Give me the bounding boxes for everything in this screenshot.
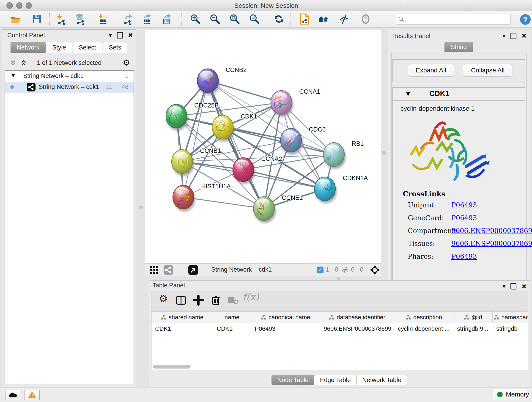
panel-menu-icon[interactable]: ▾ [502, 283, 505, 290]
fit-content-crosshair-icon[interactable] [370, 265, 380, 275]
show-all-eye-icon[interactable] [360, 13, 372, 25]
network-node-hist1h1a[interactable] [173, 185, 194, 209]
panel-close-icon[interactable]: ✖ [521, 32, 526, 39]
table-cell[interactable]: cyclin-dependent ... [394, 323, 453, 334]
network-canvas[interactable]: CCNB2CCNA1CDC25BCDK1CDC6RB1CCNB1CCNA2CDK… [145, 30, 381, 263]
save-icon[interactable] [31, 13, 43, 25]
cloud-status-button[interactable] [5, 390, 20, 400]
export-table-icon[interactable] [141, 13, 153, 25]
first-neighbors-icon[interactable] [298, 13, 310, 25]
table-cell[interactable]: stringdb [493, 323, 528, 334]
edge-HIST1H1A-CCNE1[interactable] [183, 197, 264, 209]
network-graph[interactable]: CCNB2CCNA1CDC25BCDK1CDC6RB1CCNB1CCNA2CDK… [145, 30, 381, 263]
toolbar-separator [49, 13, 50, 26]
collapse-all-button[interactable]: Collapse All [463, 64, 513, 77]
collection-expand-icon[interactable]: ▼ [11, 72, 15, 78]
zoom-fit-icon[interactable] [229, 13, 241, 25]
table-cell[interactable]: P06493 [251, 323, 320, 334]
panel-menu-icon[interactable]: ▾ [109, 32, 112, 39]
network-node-ccna1[interactable] [271, 90, 292, 114]
zoom-in-icon[interactable] [189, 13, 201, 25]
birds-eye-view-icon[interactable] [188, 265, 198, 275]
expand-all-button[interactable]: Expand All [408, 64, 454, 77]
zoom-out-icon[interactable] [209, 13, 221, 25]
help-icon[interactable]: ? [519, 13, 531, 26]
network-view-share-icon[interactable] [164, 265, 173, 275]
selected-checkbox-icon[interactable]: ✓ [317, 267, 323, 274]
show-columns-icon[interactable] [175, 294, 187, 306]
column-header-shared-name[interactable]: shared name [152, 312, 213, 323]
network-node-cdk1[interactable] [212, 115, 233, 139]
table-hscrollbar-thumb[interactable] [153, 365, 191, 369]
horizontal-splitter-handle[interactable] [336, 277, 340, 280]
hidden-eye-icon[interactable] [341, 266, 349, 274]
crosslink-uniprot-link[interactable]: P06493 [451, 201, 477, 209]
delete-table-icon[interactable] [227, 294, 239, 306]
memory-button[interactable]: Memory [493, 389, 527, 400]
delete-column-trash-icon[interactable] [210, 294, 222, 306]
edge-CCNA2-CDKN1A[interactable] [243, 170, 325, 189]
network-node-cdc6[interactable] [280, 128, 302, 152]
import-table-icon[interactable] [96, 13, 108, 25]
table-cell[interactable]: 9606.ENSP00000378699 [320, 323, 394, 334]
search-input[interactable] [406, 15, 508, 23]
table-cell[interactable]: stringdb:9... [453, 323, 493, 334]
right-splitter-handle[interactable] [382, 151, 386, 155]
network-row-selected[interactable]: String Network – cdk1 11 48 [5, 82, 133, 93]
network-collection-row[interactable]: ▼ String Network – cdk1 1 [5, 70, 133, 82]
tab-style[interactable]: Style [46, 42, 72, 53]
network-options-gear-icon[interactable]: ⚙ [123, 58, 130, 67]
panel-float-icon[interactable] [510, 33, 516, 39]
network-node-cdkn1a[interactable] [314, 177, 336, 201]
crosslink-pharos-link[interactable]: P06493 [451, 253, 477, 260]
warnings-button[interactable] [25, 390, 40, 400]
node-result-header[interactable]: ▼ CDK1 [393, 88, 525, 101]
export-image-icon[interactable] [161, 13, 172, 25]
hide-selected-eye-icon[interactable] [338, 13, 350, 25]
function-builder-icon[interactable]: f(x) [243, 291, 259, 303]
column-header-database-identifier[interactable]: database identifier [320, 312, 394, 323]
column-header-canonical-name[interactable]: canonical name [251, 312, 320, 323]
grid-view-icon[interactable] [149, 265, 158, 274]
open-folder-icon[interactable] [10, 13, 22, 25]
column-header--id[interactable]: @id [453, 312, 493, 323]
section-expand-icon[interactable]: ▼ [406, 90, 410, 97]
tab-edge-table[interactable]: Edge Table [314, 375, 356, 385]
tab-string[interactable]: String [444, 42, 473, 52]
panel-close-icon[interactable]: ✖ [128, 32, 133, 39]
panel-float-icon[interactable] [117, 32, 123, 38]
crosslink-tissues-link[interactable]: 9606.ENSP00000378699 [451, 240, 532, 248]
panel-close-icon[interactable]: ✖ [521, 283, 526, 290]
tab-sets[interactable]: Sets [103, 42, 127, 53]
import-network-database-icon[interactable] [74, 13, 86, 25]
left-splitter-handle[interactable] [139, 206, 143, 209]
crosslink-compartments-link[interactable]: 9606.ENSP00000378699 [451, 227, 532, 235]
home-networks-icon[interactable] [317, 13, 329, 25]
tab-node-table[interactable]: Node Table [272, 375, 314, 385]
export-network-icon[interactable] [122, 13, 134, 25]
network-node-ccna2[interactable] [233, 158, 254, 182]
column-header-name[interactable]: name [213, 312, 251, 323]
tab-network[interactable]: Network [11, 42, 46, 53]
zoom-selected-icon[interactable] [248, 13, 260, 25]
column-header-namespace[interactable]: namespace [493, 312, 528, 323]
edge-CCNB2-CCNA1[interactable] [208, 81, 281, 102]
table-panel: Table Panel ▾ ✖ ⚙ [149, 280, 530, 387]
network-node-ccne1[interactable] [253, 197, 274, 220]
table-cell[interactable]: CDK1 [152, 323, 213, 334]
refresh-icon[interactable] [273, 13, 285, 25]
network-node-ccnb1[interactable] [172, 150, 193, 173]
column-header-description[interactable]: description [394, 312, 453, 323]
network-node-cdc25b[interactable] [166, 104, 187, 128]
panel-menu-icon[interactable]: ▾ [502, 32, 505, 39]
panel-float-icon[interactable] [510, 283, 516, 289]
network-node-ccnb2[interactable] [197, 69, 218, 93]
network-node-rb1[interactable] [323, 143, 344, 166]
table-cell[interactable]: CDK1 [213, 323, 251, 334]
import-network-file-icon[interactable] [55, 13, 67, 25]
tab-network-table[interactable]: Network Table [356, 375, 407, 385]
table-settings-gear-icon[interactable]: ⚙ [159, 293, 168, 304]
crosslink-genecard-link[interactable]: P06493 [451, 214, 477, 222]
tab-select[interactable]: Select [73, 42, 102, 53]
add-column-icon[interactable] [193, 294, 204, 306]
